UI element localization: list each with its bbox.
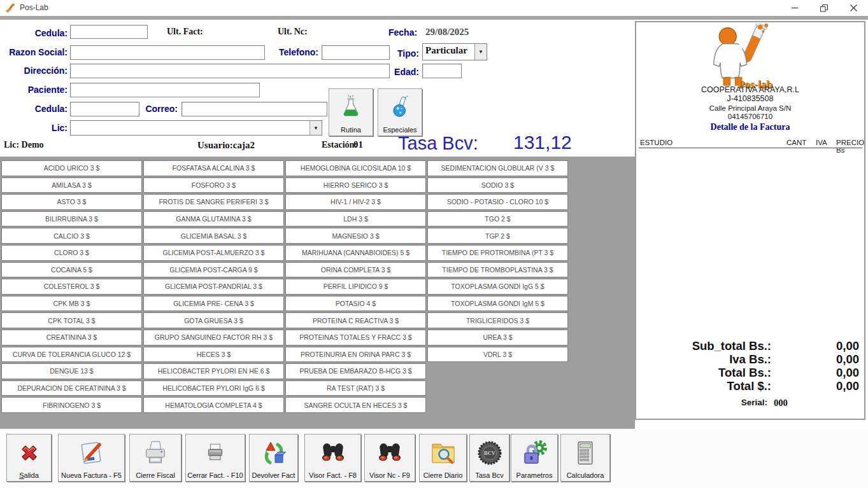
test-button[interactable]: ASTO 3 $ [1, 194, 142, 210]
test-button[interactable]: HELICOBACTER PYLORI IgG 6 $ [143, 380, 284, 396]
test-button[interactable]: ORINA COMPLETA 3 $ [285, 262, 426, 278]
toolbar-button-label: Cierre Diario [423, 471, 463, 479]
test-button[interactable]: SEDIMENTACION GLOBULAR (V 3 $ [427, 160, 568, 176]
test-button[interactable]: CALCIO 3 $ [1, 228, 142, 244]
test-button[interactable]: MARIHUANA (CANNABIOIDES) 5 $ [285, 245, 426, 261]
total-value: 0,00 [771, 366, 863, 380]
test-button[interactable]: RA TEST (RAT) 3 $ [285, 380, 426, 396]
test-button[interactable]: HIERRO SERICO 3 $ [285, 178, 426, 193]
test-button[interactable]: AMILASA 3 $ [1, 178, 142, 193]
col-cant: CANT [786, 139, 806, 146]
test-button[interactable]: HEMOGLOBINA GLICOSILADA 10 $ [285, 160, 426, 176]
edad-input[interactable] [422, 64, 462, 78]
close-button[interactable] [839, 0, 868, 16]
visor-nc-f9-button[interactable]: Visor Nc - F9 [364, 434, 415, 482]
lic-dropdown-arrow-icon[interactable]: ▼ [309, 121, 322, 135]
test-button[interactable]: PROTEINURIA EN ORINA PARC 3 $ [285, 347, 426, 363]
test-grid: ACIDO URICO 3 $AMILASA 3 $ASTO 3 $BILIRR… [1, 160, 568, 413]
test-button[interactable]: GOTA GRUESA 3 $ [143, 312, 284, 328]
paciente-input[interactable] [70, 83, 260, 97]
tipo-selected-value: Particular [423, 44, 474, 60]
cierre-fiscal-button[interactable]: Cierre Fiscal [129, 434, 181, 482]
tasa-bcv-button[interactable]: BCVTasa Bcv [469, 434, 509, 482]
tipo-select[interactable]: Particular ▼ [422, 43, 487, 60]
test-button[interactable]: LDH 3 $ [285, 211, 426, 227]
razon-social-input[interactable] [70, 45, 265, 60]
parametros-button[interactable]: Parametros [511, 434, 558, 482]
test-button[interactable]: PRUEBA DE EMBARAZO B-HCG 3 $ [285, 363, 426, 379]
test-button[interactable]: COLESTEROL 3 $ [1, 279, 142, 295]
test-button[interactable]: PROTEINAS TOTALES Y FRACC 3 $ [285, 330, 426, 345]
test-button[interactable]: UREA 3 $ [427, 330, 568, 345]
test-button[interactable]: TOXOPLASMA GONDI IgG 5 $ [427, 279, 568, 295]
direccion-input[interactable] [70, 64, 390, 78]
especiales-button[interactable]: Especiales [378, 88, 422, 136]
test-button[interactable]: CPK TOTAL 3 $ [1, 312, 142, 328]
test-button[interactable]: PERFIL LIPIDICO 9 $ [285, 279, 426, 295]
nueva-factura-f5-button[interactable]: Nueva Factura - F5 [58, 434, 125, 482]
test-button[interactable]: GLICEMIA POST-PANDRIAL 3 $ [143, 279, 284, 295]
minimize-button[interactable] [780, 0, 809, 16]
test-button[interactable]: CURVA DE TOLERANCIA GLUCO 12 $ [1, 347, 142, 363]
test-button[interactable]: HEMATOLOGIA COMPLETA 4 $ [143, 397, 284, 413]
test-button[interactable]: TGP 2 $ [427, 228, 568, 244]
test-button[interactable]: VDRL 3 $ [427, 347, 568, 363]
test-button[interactable]: CPK MB 3 $ [1, 296, 142, 312]
test-button[interactable]: FOSFORO 3 $ [143, 178, 284, 193]
total-value: 0,00 [771, 379, 863, 393]
test-button[interactable]: COCAINA 5 $ [1, 262, 142, 278]
serial-value: 000 [774, 398, 788, 408]
test-button[interactable]: SODIO - POTASIO - CLORO 10 $ [427, 194, 568, 210]
salida-button[interactable]: Salida [6, 434, 52, 482]
lic-select[interactable]: ▼ [70, 120, 322, 136]
telefono-input[interactable] [322, 45, 390, 60]
parameters-lock-gear-icon [520, 435, 548, 471]
test-button[interactable]: HECES 3 $ [143, 347, 284, 363]
test-button[interactable]: SANGRE OCULTA EN HECES 3 $ [285, 397, 426, 413]
test-button[interactable]: MAGNESIO 3 $ [285, 228, 426, 244]
visor-fact-f8-button[interactable]: Visor Fact. - F8 [304, 434, 361, 482]
test-button[interactable]: DENGUE 13 $ [1, 363, 142, 379]
test-button[interactable]: TIEMPO DE PROTROMBINA (PT 3 $ [427, 245, 568, 261]
calculadora-button[interactable]: Calculadora [560, 434, 610, 482]
test-button[interactable]: FROTIS DE SANGRE PERIFERI 3 $ [143, 194, 284, 210]
test-button[interactable]: GLICEMIA POST-ALMUERZO 3 $ [143, 245, 284, 261]
total-row: Total $.:0,00 [636, 379, 863, 393]
tipo-dropdown-arrow-icon[interactable]: ▼ [474, 44, 487, 60]
rutina-button[interactable]: Rutina [329, 88, 373, 136]
test-button[interactable]: TRIGLICERIDOS 3 $ [427, 312, 568, 328]
test-button[interactable]: TGO 2 $ [427, 211, 568, 227]
test-button[interactable]: GLICEMIA PRE- CENA 3 $ [143, 296, 284, 312]
test-button[interactable]: TOXOPLASMA GONDI IgM 5 $ [427, 296, 568, 312]
test-button[interactable]: HELICOBACTER PYLORI EN HE 6 $ [143, 363, 284, 379]
toolbar-button-label: Visor Fact. - F8 [309, 471, 357, 479]
toolbar-button-label: Cierre Fiscal [136, 471, 175, 479]
test-button[interactable]: POTASIO 4 $ [285, 296, 426, 312]
devolver-fact-button[interactable]: Devolver Fact [249, 434, 298, 482]
cierre-diario-button[interactable]: Cierre Diario [419, 434, 467, 482]
title-bar: Pos-Lab [0, 0, 868, 16]
test-button[interactable]: GRUPO SANGUINEO FACTOR RH 3 $ [143, 330, 284, 345]
restore-button[interactable] [809, 0, 839, 16]
test-button[interactable]: DEPURACION DE CREATININA 3 $ [1, 380, 142, 396]
correo-input[interactable] [181, 102, 327, 116]
test-button[interactable]: FIBRINOGENO 3 $ [1, 397, 142, 413]
test-button[interactable]: CREATININA 3 $ [1, 330, 142, 345]
toolbar-button-label: Cerrar Fact. - F10 [187, 471, 243, 479]
test-button[interactable]: PROTEINA C REACTIVA 3 $ [285, 312, 426, 328]
test-button[interactable]: GLICEMIA POST-CARGA 9 $ [143, 262, 284, 278]
invoice-panel: Pos-lab COOPERATIVA ARAYA,R.L J-41083550… [635, 21, 865, 420]
cedula-input[interactable] [70, 25, 148, 39]
cerrar-fact-f10-button[interactable]: Cerrar Fact. - F10 [185, 434, 245, 482]
cedula-paciente-input[interactable] [70, 102, 139, 116]
tasa-bcv-value: 131,12 [513, 132, 572, 153]
test-button[interactable]: BILIRRUBINA 3 $ [1, 211, 142, 227]
test-button[interactable]: FOSFATASA ALCALINA 3 $ [143, 160, 284, 176]
test-button[interactable]: TIEMPO DE TROMBOPLASTINA 3 $ [427, 262, 568, 278]
test-button[interactable]: CLORO 3 $ [1, 245, 142, 261]
test-button[interactable]: ACIDO URICO 3 $ [1, 160, 142, 176]
test-button[interactable]: GANMA GLUTAMINA 3 $ [143, 211, 284, 227]
test-button[interactable]: GLICEMIA BASAL 3 $ [143, 228, 284, 244]
test-button[interactable]: HIV-1 / HIV-2 3 $ [285, 194, 426, 210]
test-button[interactable]: SODIO 3 $ [427, 178, 568, 193]
